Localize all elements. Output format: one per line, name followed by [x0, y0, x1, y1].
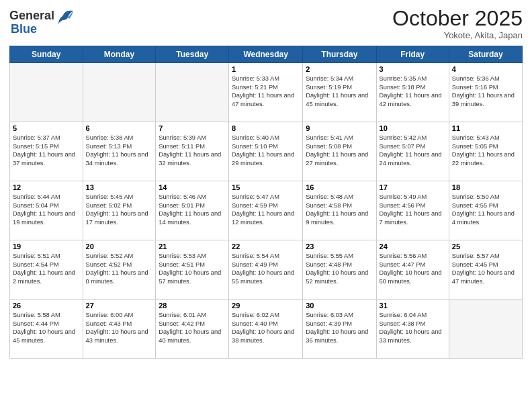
cell-content: Sunrise: 5:57 AMSunset: 4:45 PMDaylight:…: [452, 252, 519, 285]
cell-content: Sunrise: 5:54 AMSunset: 4:49 PMDaylight:…: [232, 252, 300, 285]
calendar-cell: 29Sunrise: 6:02 AMSunset: 4:40 PMDayligh…: [229, 300, 303, 359]
logo-general-text: General: [9, 9, 54, 23]
weekday-header-friday: Friday: [376, 46, 449, 63]
day-number: 7: [159, 124, 226, 132]
cell-content: Sunrise: 5:35 AMSunset: 5:18 PMDaylight:…: [380, 75, 446, 108]
calendar-cell: 31Sunrise: 6:04 AMSunset: 4:38 PMDayligh…: [376, 300, 449, 359]
cell-content: Sunrise: 5:41 AMSunset: 5:08 PMDaylight:…: [306, 134, 373, 167]
calendar-cell: [449, 300, 522, 359]
logo-bird-icon: [56, 7, 75, 26]
calendar-cell: 20Sunrise: 5:52 AMSunset: 4:52 PMDayligh…: [83, 240, 156, 300]
calendar-cell: [156, 63, 229, 122]
cell-content: Sunrise: 5:38 AMSunset: 5:13 PMDaylight:…: [86, 134, 153, 167]
calendar-cell: 25Sunrise: 5:57 AMSunset: 4:45 PMDayligh…: [449, 240, 522, 300]
calendar-cell: 19Sunrise: 5:51 AMSunset: 4:54 PMDayligh…: [10, 240, 83, 300]
calendar-cell: [83, 63, 156, 122]
calendar-cell: 23Sunrise: 5:55 AMSunset: 4:48 PMDayligh…: [303, 240, 376, 300]
location: Yokote, Akita, Japan: [392, 30, 523, 40]
day-number: 26: [13, 302, 80, 310]
day-number: 12: [13, 183, 80, 191]
cell-content: Sunrise: 6:03 AMSunset: 4:39 PMDaylight:…: [306, 311, 373, 345]
cell-content: Sunrise: 5:42 AMSunset: 5:07 PMDaylight:…: [380, 134, 446, 167]
day-number: 2: [306, 65, 373, 73]
cell-content: Sunrise: 5:47 AMSunset: 4:59 PMDaylight:…: [232, 193, 300, 226]
cell-content: Sunrise: 5:39 AMSunset: 5:11 PMDaylight:…: [159, 134, 226, 167]
calendar-week-row-1: 1Sunrise: 5:33 AMSunset: 5:21 PMDaylight…: [10, 63, 523, 122]
day-number: 25: [452, 242, 519, 250]
title-block: October 2025 Yokote, Akita, Japan: [392, 7, 523, 40]
weekday-header-tuesday: Tuesday: [156, 46, 229, 63]
day-number: 24: [380, 242, 446, 250]
logo: General Blue: [9, 7, 75, 36]
day-number: 18: [452, 183, 519, 191]
calendar-cell: 3Sunrise: 5:35 AMSunset: 5:18 PMDaylight…: [376, 63, 449, 122]
day-number: 3: [380, 65, 446, 73]
cell-content: Sunrise: 5:45 AMSunset: 5:02 PMDaylight:…: [86, 193, 153, 226]
cell-content: Sunrise: 5:33 AMSunset: 5:21 PMDaylight:…: [232, 75, 300, 108]
calendar-cell: 1Sunrise: 5:33 AMSunset: 5:21 PMDaylight…: [229, 63, 303, 122]
month-title: October 2025: [392, 7, 523, 30]
weekday-header-sunday: Sunday: [10, 46, 83, 63]
calendar-cell: 9Sunrise: 5:41 AMSunset: 5:08 PMDaylight…: [303, 122, 376, 181]
calendar-cell: 8Sunrise: 5:40 AMSunset: 5:10 PMDaylight…: [229, 122, 303, 181]
cell-content: Sunrise: 5:49 AMSunset: 4:56 PMDaylight:…: [380, 193, 446, 226]
weekday-header-monday: Monday: [83, 46, 156, 63]
cell-content: Sunrise: 6:01 AMSunset: 4:42 PMDaylight:…: [159, 311, 226, 345]
cell-content: Sunrise: 5:52 AMSunset: 4:52 PMDaylight:…: [86, 252, 153, 285]
cell-content: Sunrise: 5:56 AMSunset: 4:47 PMDaylight:…: [380, 252, 446, 285]
calendar-cell: 5Sunrise: 5:37 AMSunset: 5:15 PMDaylight…: [10, 122, 83, 181]
day-number: 17: [380, 183, 446, 191]
calendar-cell: [10, 63, 83, 122]
day-number: 28: [159, 302, 226, 310]
day-number: 4: [452, 65, 519, 73]
day-number: 8: [232, 124, 300, 132]
cell-content: Sunrise: 5:58 AMSunset: 4:44 PMDaylight:…: [13, 311, 80, 345]
calendar-cell: 4Sunrise: 5:36 AMSunset: 5:16 PMDaylight…: [449, 63, 522, 122]
cell-content: Sunrise: 6:00 AMSunset: 4:43 PMDaylight:…: [86, 311, 153, 345]
day-number: 20: [86, 242, 153, 250]
calendar-cell: 18Sunrise: 5:50 AMSunset: 4:55 PMDayligh…: [449, 181, 522, 240]
day-number: 6: [86, 124, 153, 132]
day-number: 14: [159, 183, 226, 191]
weekday-header-row: SundayMondayTuesdayWednesdayThursdayFrid…: [10, 46, 523, 63]
page-container: General Blue October 2025 Yokote, Akita,…: [0, 0, 532, 363]
cell-content: Sunrise: 5:55 AMSunset: 4:48 PMDaylight:…: [306, 252, 373, 285]
header: General Blue October 2025 Yokote, Akita,…: [9, 7, 523, 40]
calendar-cell: 16Sunrise: 5:48 AMSunset: 4:58 PMDayligh…: [303, 181, 376, 240]
cell-content: Sunrise: 5:40 AMSunset: 5:10 PMDaylight:…: [232, 134, 300, 167]
calendar-cell: 28Sunrise: 6:01 AMSunset: 4:42 PMDayligh…: [156, 300, 229, 359]
day-number: 1: [232, 65, 300, 73]
day-number: 22: [232, 242, 300, 250]
cell-content: Sunrise: 6:02 AMSunset: 4:40 PMDaylight:…: [232, 311, 300, 345]
calendar-cell: 26Sunrise: 5:58 AMSunset: 4:44 PMDayligh…: [10, 300, 83, 359]
calendar-cell: 7Sunrise: 5:39 AMSunset: 5:11 PMDaylight…: [156, 122, 229, 181]
cell-content: Sunrise: 5:34 AMSunset: 5:19 PMDaylight:…: [306, 75, 373, 108]
day-number: 9: [306, 124, 373, 132]
day-number: 19: [13, 242, 80, 250]
calendar-cell: 10Sunrise: 5:42 AMSunset: 5:07 PMDayligh…: [376, 122, 449, 181]
calendar-cell: 6Sunrise: 5:38 AMSunset: 5:13 PMDaylight…: [83, 122, 156, 181]
day-number: 10: [380, 124, 446, 132]
day-number: 11: [452, 124, 519, 132]
calendar-cell: 21Sunrise: 5:53 AMSunset: 4:51 PMDayligh…: [156, 240, 229, 300]
calendar-cell: 22Sunrise: 5:54 AMSunset: 4:49 PMDayligh…: [229, 240, 303, 300]
calendar-cell: 13Sunrise: 5:45 AMSunset: 5:02 PMDayligh…: [83, 181, 156, 240]
calendar-week-row-5: 26Sunrise: 5:58 AMSunset: 4:44 PMDayligh…: [10, 300, 523, 359]
cell-content: Sunrise: 5:53 AMSunset: 4:51 PMDaylight:…: [159, 252, 226, 285]
weekday-header-saturday: Saturday: [449, 46, 522, 63]
calendar-cell: 30Sunrise: 6:03 AMSunset: 4:39 PMDayligh…: [303, 300, 376, 359]
calendar-cell: 15Sunrise: 5:47 AMSunset: 4:59 PMDayligh…: [229, 181, 303, 240]
cell-content: Sunrise: 5:36 AMSunset: 5:16 PMDaylight:…: [452, 75, 519, 108]
calendar-cell: 24Sunrise: 5:56 AMSunset: 4:47 PMDayligh…: [376, 240, 449, 300]
day-number: 30: [306, 302, 373, 310]
calendar-cell: 14Sunrise: 5:46 AMSunset: 5:01 PMDayligh…: [156, 181, 229, 240]
weekday-header-thursday: Thursday: [303, 46, 376, 63]
calendar-table: SundayMondayTuesdayWednesdayThursdayFrid…: [9, 46, 523, 359]
calendar-week-row-4: 19Sunrise: 5:51 AMSunset: 4:54 PMDayligh…: [10, 240, 523, 300]
day-number: 15: [232, 183, 300, 191]
day-number: 21: [159, 242, 226, 250]
day-number: 31: [380, 302, 446, 310]
cell-content: Sunrise: 5:51 AMSunset: 4:54 PMDaylight:…: [13, 252, 80, 285]
cell-content: Sunrise: 5:50 AMSunset: 4:55 PMDaylight:…: [452, 193, 519, 226]
day-number: 13: [86, 183, 153, 191]
